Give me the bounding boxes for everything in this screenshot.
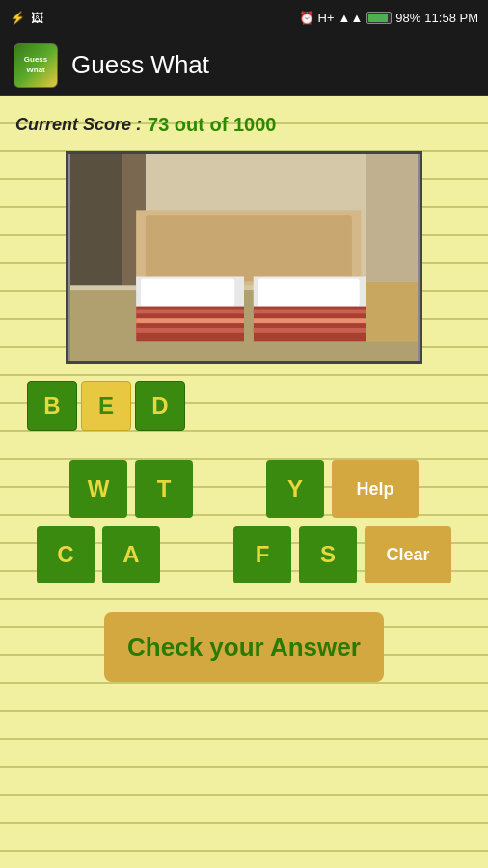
- svg-rect-4: [70, 154, 122, 285]
- status-left-icons: ⚡ 🖼: [10, 11, 43, 25]
- check-answer-button[interactable]: Check your Answer: [104, 612, 384, 682]
- svg-rect-18: [254, 318, 366, 323]
- score-row: Current Score : 73 out of 1000: [15, 114, 473, 136]
- signal-icon: ▲▲: [339, 11, 364, 25]
- letter-btn-c[interactable]: C: [37, 526, 95, 583]
- main-content: Current Score : 73 out of 1000: [0, 96, 488, 868]
- score-label: Current Score :: [15, 115, 142, 135]
- answer-tile-d[interactable]: D: [135, 381, 185, 431]
- svg-rect-19: [254, 328, 366, 333]
- letter-btn-a[interactable]: A: [102, 526, 160, 583]
- battery-icon: [366, 12, 392, 24]
- help-button[interactable]: Help: [332, 460, 419, 518]
- letter-row-1: W T Y Help: [15, 460, 473, 518]
- svg-rect-11: [136, 310, 244, 314]
- empty-slot-2: [168, 526, 226, 583]
- bedroom-image: [66, 151, 422, 364]
- letter-btn-t[interactable]: T: [135, 460, 193, 518]
- letter-btn-s[interactable]: S: [299, 526, 357, 583]
- app-icon-label: Guess What: [14, 55, 57, 75]
- app-icon: Guess What: [14, 43, 58, 88]
- alarm-icon: ⏰: [299, 11, 314, 25]
- svg-rect-9: [141, 278, 234, 306]
- answer-tiles-row: B E D: [15, 381, 473, 431]
- answer-tile-b[interactable]: B: [27, 381, 77, 431]
- score-value: 73 out of 1000: [148, 114, 276, 136]
- svg-rect-7: [146, 215, 352, 281]
- answer-tile-e[interactable]: E: [81, 381, 131, 431]
- svg-rect-23: [366, 154, 418, 281]
- time-display: 11:58 PM: [424, 11, 478, 25]
- app-bar: Guess What Guess What: [0, 35, 488, 96]
- usb-icon: ⚡: [10, 11, 25, 25]
- letter-row-2: C A F S Clear: [15, 526, 473, 583]
- svg-rect-15: [258, 278, 360, 306]
- svg-rect-12: [136, 318, 244, 323]
- status-right-icons: ⏰ H+ ▲▲ 98% 11:58 PM: [299, 11, 478, 25]
- bedroom-svg: [68, 154, 420, 361]
- image-icon: 🖼: [31, 11, 43, 25]
- empty-slot-1: [201, 460, 258, 518]
- clear-button[interactable]: Clear: [365, 526, 451, 583]
- letter-btn-f[interactable]: F: [233, 526, 291, 583]
- battery-percent: 98%: [395, 11, 420, 25]
- status-bar: ⚡ 🖼 ⏰ H+ ▲▲ 98% 11:58 PM: [0, 0, 488, 35]
- check-answer-label: Check your Answer: [127, 633, 361, 663]
- letter-btn-y[interactable]: Y: [266, 460, 324, 518]
- app-title: Guess What: [71, 50, 209, 80]
- svg-rect-13: [136, 328, 244, 333]
- svg-rect-17: [254, 310, 366, 314]
- network-type: H+: [318, 11, 335, 25]
- letters-section: W T Y Help C A F S Clear: [15, 460, 473, 583]
- letter-btn-w[interactable]: W: [69, 460, 127, 518]
- svg-rect-20: [366, 281, 418, 341]
